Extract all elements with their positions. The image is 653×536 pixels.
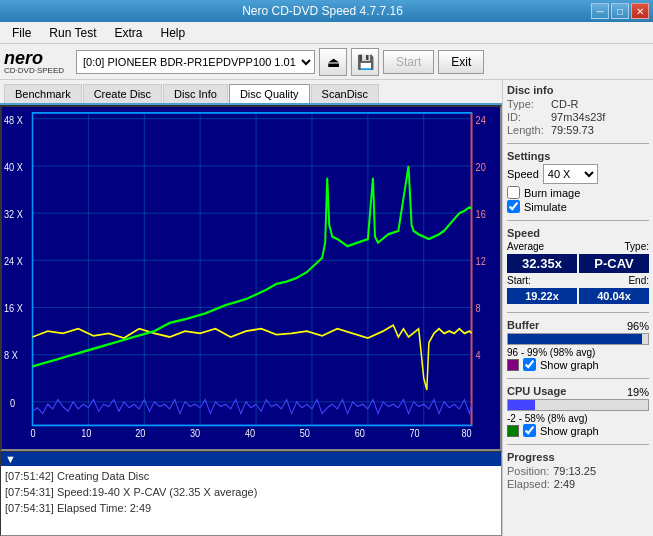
disc-type-label: Type:	[507, 98, 547, 110]
title-bar-text: Nero CD-DVD Speed 4.7.7.16	[54, 4, 591, 18]
menu-bar: File Run Test Extra Help	[0, 22, 653, 44]
tab-disc-quality[interactable]: Disc Quality	[229, 84, 310, 103]
elapsed-value: 2:49	[554, 478, 575, 490]
buffer-graph-row: 96 - 99% (98% avg)	[507, 347, 649, 358]
disc-length-value: 79:59.73	[551, 124, 594, 136]
title-bar-controls: ─ □ ✕	[591, 3, 649, 19]
nero-logo: nero CD·DVD·SPEED	[4, 49, 64, 75]
close-button[interactable]: ✕	[631, 3, 649, 19]
svg-text:4: 4	[476, 350, 482, 362]
svg-text:32 X: 32 X	[4, 208, 23, 220]
buffer-title: Buffer	[507, 319, 539, 331]
svg-text:24: 24	[476, 114, 487, 126]
title-bar: Nero CD-DVD Speed 4.7.7.16 ─ □ ✕	[0, 0, 653, 22]
svg-text:16 X: 16 X	[4, 303, 23, 315]
speed-label: Speed	[507, 168, 539, 180]
type-value-box: P-CAV	[579, 254, 649, 273]
simulate-label: Simulate	[524, 201, 567, 213]
cpu-avg-label: -2 - 58% (8% avg)	[507, 413, 588, 424]
menu-help[interactable]: Help	[153, 24, 194, 42]
buffer-show-graph-row: Show graph	[507, 358, 649, 371]
disc-id-value: 97m34s23f	[551, 111, 605, 123]
start-value: 19.22x	[511, 290, 573, 302]
settings-title: Settings	[507, 150, 649, 162]
drive-select[interactable]: [0:0] PIONEER BDR-PR1EPDVPP100 1.01	[76, 50, 315, 74]
tabs: Benchmark Create Disc Disc Info Disc Qua…	[0, 80, 502, 105]
elapsed-label: Elapsed:	[507, 478, 550, 490]
speed-select[interactable]: 40 X	[543, 164, 598, 184]
progress-title: Progress	[507, 451, 649, 463]
average-label: Average	[507, 241, 544, 252]
log-content: [07:51:42] Creating Data Disc [07:54:31]…	[1, 466, 501, 518]
buffer-bar-fill	[508, 334, 642, 344]
svg-text:8: 8	[476, 303, 482, 315]
buffer-percentage: 96%	[627, 320, 649, 332]
minimize-button[interactable]: ─	[591, 3, 609, 19]
progress-section: Progress Position: 79:13.25 Elapsed: 2:4…	[507, 451, 649, 491]
elapsed-row: Elapsed: 2:49	[507, 478, 649, 490]
main-content: Benchmark Create Disc Disc Info Disc Qua…	[0, 80, 653, 536]
cpu-show-graph-row: Show graph	[507, 424, 649, 437]
svg-text:20: 20	[135, 428, 146, 440]
svg-text:40: 40	[245, 428, 256, 440]
svg-text:60: 60	[355, 428, 366, 440]
save-button[interactable]: 💾	[351, 48, 379, 76]
tab-disc-info[interactable]: Disc Info	[163, 84, 228, 103]
cpu-percentage: 19%	[627, 386, 649, 398]
svg-text:30: 30	[190, 428, 201, 440]
position-label: Position:	[507, 465, 549, 477]
start-label: Start:	[507, 275, 531, 286]
svg-text:16: 16	[476, 208, 487, 220]
speed-grid: 32.35x P-CAV	[507, 254, 649, 273]
log-line-2: [07:54:31] Speed:19-40 X P-CAV (32.35 X …	[5, 484, 497, 500]
log-line-1: [07:51:42] Creating Data Disc	[5, 468, 497, 484]
buffer-avg-label: 96 - 99% (98% avg)	[507, 347, 595, 358]
speed-setting-row: Speed 40 X	[507, 164, 649, 184]
log-title: ▼	[5, 453, 16, 465]
buffer-progress-bar	[507, 333, 649, 345]
cpu-show-graph-label: Show graph	[540, 425, 599, 437]
right-panel: Disc info Type: CD-R ID: 97m34s23f Lengt…	[503, 80, 653, 536]
buffer-show-graph-checkbox[interactable]	[523, 358, 536, 371]
svg-text:40 X: 40 X	[4, 161, 23, 173]
cpu-usage-section: CPU Usage 19% -2 - 58% (8% avg) Show gra…	[507, 385, 649, 438]
toolbar: nero CD·DVD·SPEED [0:0] PIONEER BDR-PR1E…	[0, 44, 653, 80]
svg-rect-0	[2, 107, 500, 449]
tab-scan-disc[interactable]: ScanDisc	[311, 84, 379, 103]
nero-logo-text: nero	[4, 49, 64, 67]
eject-button[interactable]: ⏏	[319, 48, 347, 76]
svg-text:12: 12	[476, 255, 486, 267]
cpu-show-graph-checkbox[interactable]	[523, 424, 536, 437]
position-value: 79:13.25	[553, 465, 596, 477]
settings-section: Settings Speed 40 X Burn image Simulate	[507, 150, 649, 214]
svg-text:10: 10	[81, 428, 92, 440]
menu-extra[interactable]: Extra	[106, 24, 150, 42]
menu-file[interactable]: File	[4, 24, 39, 42]
log-area[interactable]: ▼ [07:51:42] Creating Data Disc [07:54:3…	[0, 451, 502, 536]
burn-image-checkbox[interactable]	[507, 186, 520, 199]
svg-text:50: 50	[300, 428, 311, 440]
svg-text:24 X: 24 X	[4, 255, 23, 267]
maximize-button[interactable]: □	[611, 3, 629, 19]
nero-logo-sub: CD·DVD·SPEED	[4, 67, 64, 75]
menu-run-test[interactable]: Run Test	[41, 24, 104, 42]
speed-info-section: Speed Average Type: 32.35x P-CAV Start: …	[507, 227, 649, 306]
svg-text:0: 0	[10, 397, 16, 409]
cpu-usage-title: CPU Usage	[507, 385, 566, 397]
average-value-box: 32.35x	[507, 254, 577, 273]
svg-text:20: 20	[476, 161, 487, 173]
simulate-checkbox[interactable]	[507, 200, 520, 213]
simulate-row: Simulate	[507, 200, 649, 213]
buffer-section: Buffer 96% 96 - 99% (98% avg) Show graph	[507, 319, 649, 372]
tab-benchmark[interactable]: Benchmark	[4, 84, 82, 103]
chart-container: 48 X 40 X 32 X 24 X 16 X 8 X 0 24 20 16 …	[0, 105, 502, 451]
left-panel: Benchmark Create Disc Disc Info Disc Qua…	[0, 80, 503, 536]
start-button[interactable]: Start	[383, 50, 434, 74]
tab-create-disc[interactable]: Create Disc	[83, 84, 162, 103]
exit-button[interactable]: Exit	[438, 50, 484, 74]
disc-type-value: CD-R	[551, 98, 579, 110]
buffer-color-box	[507, 359, 519, 371]
log-header: ▼	[1, 452, 501, 466]
log-line-3: [07:54:31] Elapsed Time: 2:49	[5, 500, 497, 516]
start-end-grid: 19.22x 40.04x	[507, 288, 649, 304]
